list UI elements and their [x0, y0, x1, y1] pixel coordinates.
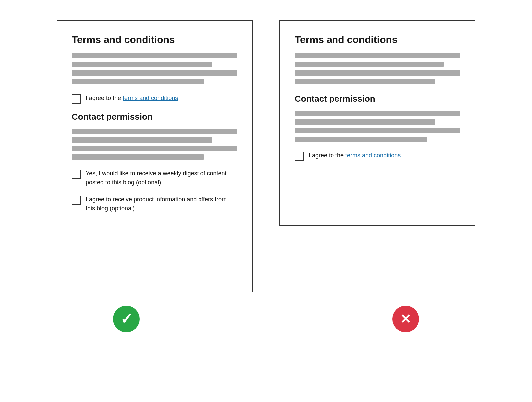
text-line — [295, 137, 427, 142]
checkmark-icon — [120, 312, 133, 326]
bottom-icons-row — [0, 306, 532, 332]
text-line — [72, 79, 204, 84]
terms-checkbox-row-right: I agree to the terms and conditions — [295, 151, 460, 161]
right-section-2-title: Contact permission — [295, 94, 460, 104]
text-line — [295, 53, 460, 58]
product-info-checkbox[interactable] — [72, 196, 81, 205]
text-line — [72, 62, 212, 67]
right-card-title: Terms and conditions — [295, 34, 460, 45]
x-icon — [400, 312, 411, 326]
text-line — [72, 146, 237, 151]
text-line — [72, 70, 237, 76]
right-text-block-2 — [295, 111, 460, 142]
weekly-digest-checkbox[interactable] — [72, 170, 81, 179]
text-line — [295, 128, 460, 133]
product-info-label: I agree to receive product information a… — [86, 195, 237, 213]
weekly-digest-label: Yes, I would like to receive a weekly di… — [86, 169, 237, 187]
text-line — [295, 62, 444, 67]
text-line — [72, 129, 237, 134]
left-section-2-title: Contact permission — [72, 112, 237, 122]
product-info-checkbox-row: I agree to receive product information a… — [72, 195, 237, 213]
terms-link-left[interactable]: terms and conditions — [123, 95, 178, 101]
green-check-icon-circle — [113, 306, 140, 332]
right-text-block-1 — [295, 53, 460, 84]
terms-checkbox-label-right: I agree to the terms and conditions — [309, 151, 401, 160]
right-card: Terms and conditions Contact permission … — [279, 20, 475, 226]
terms-checkbox-right[interactable] — [295, 152, 304, 161]
text-line — [295, 111, 460, 116]
red-x-icon-circle — [392, 306, 419, 332]
text-line — [72, 137, 212, 143]
text-line — [295, 119, 435, 125]
terms-checkbox-row-left: I agree to the terms and conditions — [72, 94, 237, 104]
weekly-digest-checkbox-row: Yes, I would like to receive a weekly di… — [72, 169, 237, 187]
terms-link-right[interactable]: terms and conditions — [345, 152, 401, 159]
terms-checkbox-left[interactable] — [72, 94, 81, 104]
text-line — [295, 79, 435, 84]
left-card: Terms and conditions I agree to the term… — [57, 20, 253, 292]
text-line — [295, 70, 460, 76]
left-text-block-1 — [72, 53, 237, 84]
text-line — [72, 53, 237, 58]
left-card-title: Terms and conditions — [72, 34, 237, 45]
main-container: Terms and conditions I agree to the term… — [0, 0, 532, 292]
terms-checkbox-label-left: I agree to the terms and conditions — [86, 94, 178, 103]
left-text-block-2 — [72, 129, 237, 160]
text-line — [72, 154, 204, 160]
